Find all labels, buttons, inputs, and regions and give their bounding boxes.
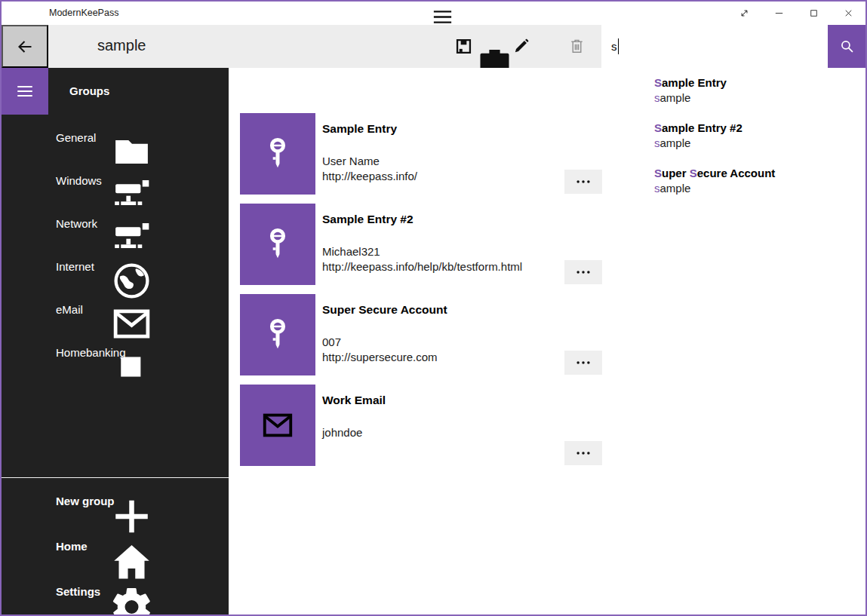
delete-button[interactable] [558,28,595,65]
sidebar-item-label: Internet [56,245,94,288]
entry-username: Michael321 [322,244,560,259]
suggestion-item[interactable]: Sample Entrysample [654,74,864,119]
key-icon [260,317,295,352]
sidebar-item-label: Homebanking [56,331,126,374]
suggestion-subtitle: sample [654,181,864,196]
key-icon [260,136,295,171]
square-icon [18,345,245,388]
entry-text: Sample Entry #2Michael321http://keepass.… [322,204,560,274]
sidebar-item-email[interactable]: eMail [2,288,229,331]
entry-url: http://keepass.info/help/kb/testform.htm… [322,259,560,274]
entry-url: http://supersecure.com [322,350,560,365]
entry-row[interactable]: Work Emailjohndoe [240,385,602,466]
search-button[interactable] [828,25,865,68]
sidebar-item-label: New group [56,479,115,524]
suggestion-item[interactable]: Super Secure Accountsample [654,164,864,210]
entry-title: Sample Entry #2 [322,213,560,226]
suggestion-title: Super Secure Account [654,164,864,181]
entry-username: User Name [322,154,560,169]
close-button[interactable] [831,2,865,25]
sidebar-item-general[interactable]: General [2,116,229,159]
edit-icon [512,38,530,55]
more-icon [575,264,592,280]
sidebar-actions: New groupHomeSettings [2,479,229,614]
sidebar-item-network[interactable]: Network [2,202,229,245]
sidebar-item-label: eMail [56,288,83,331]
entry-title: Super Secure Account [322,303,560,317]
save-icon [455,38,472,55]
search-icon [839,38,855,54]
entry-username: 007 [322,335,560,350]
text-caret [618,38,620,54]
maximize-icon [808,8,819,19]
entry-tile[interactable] [240,204,315,285]
sidebar-item-home[interactable]: Home [2,524,229,569]
minimize-button[interactable] [761,2,796,25]
sidebar-item-settings[interactable]: Settings [2,569,229,614]
sidebar: Groups GeneralWindowsNetworkInterneteMai… [2,68,229,614]
maximize-button[interactable] [796,2,831,25]
hamburger-icon [15,81,35,101]
suggestion-title: Sample Entry [654,74,864,90]
close-icon [843,8,854,19]
save-button[interactable] [445,28,481,65]
sidebar-item-label: Windows [56,159,102,202]
sidebar-item-label: Settings [56,569,100,614]
sidebar-item-label: Network [56,202,97,245]
more-icon [575,354,592,371]
entry-row[interactable]: Sample Entry #2Michael321http://keepass.… [240,204,602,285]
database-title: sample [97,25,146,68]
key-icon [260,227,295,262]
gear-icon [18,584,245,616]
search-suggestions: Sample EntrysampleSample Entry #2sampleS… [645,68,864,217]
sidebar-item-internet[interactable]: Internet [2,245,229,288]
titlebar: ModernKeePass [2,2,865,25]
sidebar-item-homebanking[interactable]: Homebanking [2,331,229,374]
suggestion-subtitle: sample [654,90,864,106]
envelope-icon [260,408,295,443]
groups-list: GeneralWindowsNetworkInterneteMailHomeba… [2,116,229,374]
back-icon [16,38,34,56]
entry-more-button[interactable] [564,260,602,284]
suggestion-subtitle: sample [654,136,864,151]
edit-button[interactable] [503,28,539,65]
entry-row[interactable]: Sample EntryUser Namehttp://keepass.info… [240,113,602,195]
entry-text: Super Secure Account007http://supersecur… [322,294,560,365]
entry-row[interactable]: Super Secure Account007http://supersecur… [240,294,602,375]
suggestion-item[interactable]: Sample Entry #2sample [654,119,864,164]
entry-tile[interactable] [240,294,315,375]
search-input-value: s [611,40,617,53]
sidebar-item-label: General [56,116,96,159]
fullscreen-icon [739,8,750,19]
more-icon [575,445,592,461]
entry-text: Sample EntryUser Namehttp://keepass.info… [322,113,560,184]
entry-url: http://keepass.info/ [322,169,560,184]
minimize-icon [773,8,785,19]
entry-tile[interactable] [240,113,315,195]
search-input[interactable]: s [601,25,828,68]
entry-username: johndoe [322,425,560,440]
entry-tile[interactable] [240,385,315,466]
sidebar-hamburger-button[interactable] [2,68,48,115]
entry-more-button[interactable] [564,351,602,375]
entry-title: Work Email [322,394,560,407]
window-title: ModernKeePass [49,2,118,25]
sidebar-item-label: Home [56,524,88,569]
suggestion-title: Sample Entry #2 [654,119,864,136]
window-controls [727,2,865,25]
entry-more-button[interactable] [564,441,602,465]
fullscreen-button[interactable] [727,2,761,25]
sidebar-item-new-group[interactable]: New group [2,479,229,524]
entry-text: Work Emailjohndoe [322,385,560,440]
entry-more-button[interactable] [564,170,602,194]
groups-heading: Groups [69,68,109,115]
appbar: sample s [2,25,865,68]
entry-title: Sample Entry [322,122,560,136]
sidebar-item-windows[interactable]: Windows [2,159,229,202]
sidebar-divider [2,477,229,478]
app-window: ModernKeePass sample s Groups GeneralWin… [0,0,867,616]
delete-icon [568,38,586,55]
more-icon [575,173,592,190]
back-button[interactable] [2,25,48,68]
